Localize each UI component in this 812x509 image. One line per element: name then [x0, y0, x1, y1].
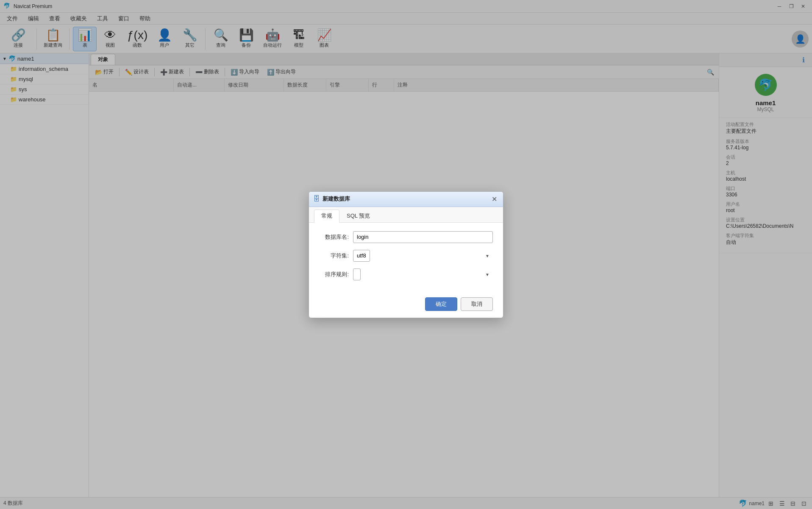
charset-form-label: 字符集:: [319, 252, 353, 260]
dialog-tab-normal[interactable]: 常规: [314, 210, 339, 223]
dialog-title: 新建数据库: [323, 195, 489, 203]
dialog-body: 数据库名: 字符集: utf8 ▼ 排序规则: ▼: [309, 223, 503, 292]
sort-select[interactable]: [353, 268, 361, 280]
sort-select-wrap: ▼: [353, 268, 493, 280]
charset-row: 字符集: utf8 ▼: [319, 250, 493, 262]
dialog-overlay: 🗄 新建数据库 ✕ 常规 SQL 预览 数据库名: 字符集: utf8 ▼: [0, 0, 812, 509]
dialog-tabs: 常规 SQL 预览: [309, 207, 503, 223]
dialog-tab-sql-preview[interactable]: SQL 预览: [339, 210, 377, 222]
dialog-footer: 确定 取消: [309, 292, 503, 318]
sort-form-label: 排序规则:: [319, 271, 353, 278]
db-name-label: 数据库名:: [319, 233, 353, 241]
dialog-close-button[interactable]: ✕: [489, 194, 499, 204]
db-name-row: 数据库名:: [319, 231, 493, 243]
new-database-dialog: 🗄 新建数据库 ✕ 常规 SQL 预览 数据库名: 字符集: utf8 ▼: [309, 191, 503, 318]
cancel-button[interactable]: 取消: [461, 297, 493, 311]
confirm-button[interactable]: 确定: [425, 297, 457, 311]
charset-select-wrap: utf8 ▼: [353, 250, 493, 262]
dialog-icon: 🗄: [313, 195, 320, 203]
charset-dropdown-arrow-icon: ▼: [485, 253, 489, 258]
sort-dropdown-arrow-icon: ▼: [485, 272, 489, 277]
charset-select[interactable]: utf8: [353, 250, 370, 262]
dialog-titlebar: 🗄 新建数据库 ✕: [309, 192, 503, 207]
sort-row: 排序规则: ▼: [319, 268, 493, 280]
db-name-input[interactable]: [353, 231, 493, 243]
